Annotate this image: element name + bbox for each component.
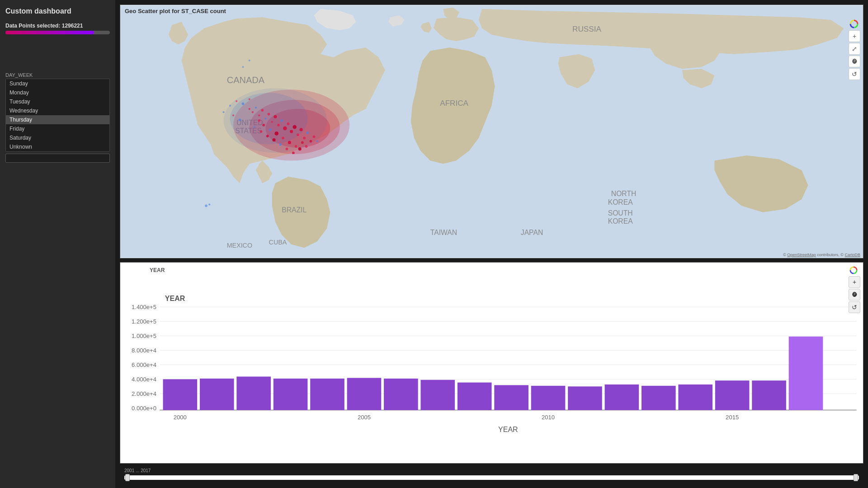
svg-text:6.000e+4: 6.000e+4: [132, 361, 156, 368]
refresh-map-button[interactable]: ↺: [849, 68, 860, 80]
svg-point-73: [205, 205, 208, 207]
day-item-monday[interactable]: Monday: [6, 88, 109, 97]
map-svg: CANADA UNITED STATES BRAZIL AFRICA RUSSI…: [120, 5, 863, 258]
colorwheel-icon[interactable]: [849, 19, 859, 29]
svg-point-58: [266, 135, 269, 137]
svg-point-45: [306, 131, 309, 134]
svg-point-36: [277, 124, 280, 127]
svg-text:TAIWAN: TAIWAN: [430, 229, 457, 236]
svg-rect-95: [163, 379, 198, 410]
svg-point-32: [264, 117, 266, 119]
bar-chart-svg: 1.400e+5 1.200e+5 1.000e+5 8.000e+4 6.00…: [120, 263, 863, 463]
svg-point-51: [274, 131, 278, 136]
map-title: Geo Scatter plot for ST_CASE count: [125, 8, 226, 14]
svg-rect-106: [568, 386, 602, 410]
svg-point-68: [242, 103, 245, 105]
svg-text:YEAR: YEAR: [498, 426, 518, 433]
sidebar-title: Custom dashboard: [5, 7, 110, 15]
svg-point-70: [222, 111, 224, 113]
svg-text:0.000e+0: 0.000e+0: [132, 405, 156, 412]
svg-point-76: [242, 66, 244, 68]
svg-point-55: [301, 141, 304, 144]
svg-point-63: [298, 147, 302, 150]
svg-text:1.200e+5: 1.200e+5: [132, 318, 156, 325]
svg-rect-107: [605, 385, 639, 410]
svg-rect-100: [347, 378, 382, 410]
svg-text:2000: 2000: [174, 414, 187, 421]
range-slider-track: [124, 475, 859, 480]
svg-point-47: [313, 136, 316, 138]
svg-text:YEAR: YEAR: [165, 295, 185, 302]
svg-point-38: [283, 127, 287, 131]
svg-text:JAPAN: JAPAN: [521, 229, 543, 236]
svg-point-59: [272, 138, 275, 141]
svg-point-64: [305, 145, 308, 148]
progress-bar-container: [5, 31, 110, 34]
day-item-unknown[interactable]: Unknown: [6, 142, 109, 151]
svg-text:1.400e+5: 1.400e+5: [132, 304, 156, 310]
day-week-list: SundayMondayTuesdayWednesdayThursdayFrid…: [5, 79, 110, 152]
svg-point-29: [255, 107, 257, 108]
svg-text:RUSSIA: RUSSIA: [572, 24, 601, 33]
zoom-to-fit-button[interactable]: ⤢: [849, 43, 860, 55]
progress-bar: [5, 31, 94, 34]
svg-point-53: [288, 141, 291, 144]
svg-point-42: [297, 133, 299, 136]
svg-point-67: [236, 100, 237, 102]
data-points-label: Data Points selected: 1296221: [5, 23, 110, 29]
svg-point-69: [249, 99, 250, 100]
main-content: Geo Scatter plot for ST_CASE count: [115, 0, 868, 488]
chart-section: YEAR + 🅟 ↺ 1.400e+5 1.200e+5 1.000e+5: [120, 262, 863, 464]
svg-text:KOREA: KOREA: [608, 217, 633, 225]
pin-button[interactable]: 🅟: [849, 56, 860, 67]
svg-point-40: [290, 130, 293, 133]
day-search-input[interactable]: [5, 154, 110, 163]
day-item-tuesday[interactable]: Tuesday: [6, 97, 109, 106]
svg-rect-101: [384, 379, 418, 410]
svg-text:2005: 2005: [358, 414, 371, 421]
svg-text:8.000e+4: 8.000e+4: [132, 347, 156, 354]
map-attribution: © OpenStreetMap contributors, © CartoDB: [783, 253, 860, 257]
svg-point-30: [258, 114, 260, 116]
svg-rect-110: [715, 380, 750, 410]
svg-point-34: [271, 121, 273, 123]
day-item-wednesday[interactable]: Wednesday: [6, 106, 109, 115]
svg-point-66: [229, 105, 231, 107]
svg-rect-96: [200, 379, 234, 410]
svg-point-41: [292, 125, 297, 129]
svg-point-39: [287, 122, 290, 125]
zoom-in-button[interactable]: +: [849, 30, 860, 42]
range-right-handle[interactable]: [854, 474, 858, 481]
svg-text:KOREA: KOREA: [608, 198, 633, 206]
day-item-thursday[interactable]: Thursday: [6, 115, 109, 124]
svg-text:2.000e+4: 2.000e+4: [132, 390, 156, 397]
svg-rect-108: [642, 386, 676, 410]
svg-point-52: [282, 137, 284, 140]
svg-text:1.000e+5: 1.000e+5: [132, 333, 156, 339]
svg-point-62: [292, 151, 295, 154]
map-controls: + ⤢ 🅟 ↺: [849, 19, 860, 80]
svg-point-61: [286, 148, 288, 150]
day-item-sunday[interactable]: Sunday: [6, 79, 109, 88]
day-item-friday[interactable]: Friday: [6, 124, 109, 133]
svg-point-56: [254, 126, 255, 128]
svg-point-65: [316, 140, 318, 142]
svg-point-57: [260, 130, 263, 133]
day-item-saturday[interactable]: Saturday: [6, 133, 109, 142]
svg-point-48: [258, 119, 260, 122]
svg-point-54: [295, 145, 297, 148]
range-label: 2001 ... 2017: [124, 468, 859, 473]
svg-text:2010: 2010: [542, 414, 555, 421]
svg-point-27: [249, 108, 250, 110]
svg-point-60: [279, 143, 282, 146]
svg-point-75: [249, 60, 250, 61]
svg-point-49: [262, 124, 265, 127]
svg-point-74: [208, 203, 210, 205]
svg-rect-97: [236, 377, 271, 410]
svg-rect-109: [678, 385, 712, 410]
svg-rect-105: [531, 386, 566, 410]
svg-text:MEXICO: MEXICO: [227, 242, 252, 249]
range-left-handle[interactable]: [125, 474, 130, 481]
svg-rect-98: [274, 379, 308, 410]
svg-point-37: [280, 119, 283, 122]
